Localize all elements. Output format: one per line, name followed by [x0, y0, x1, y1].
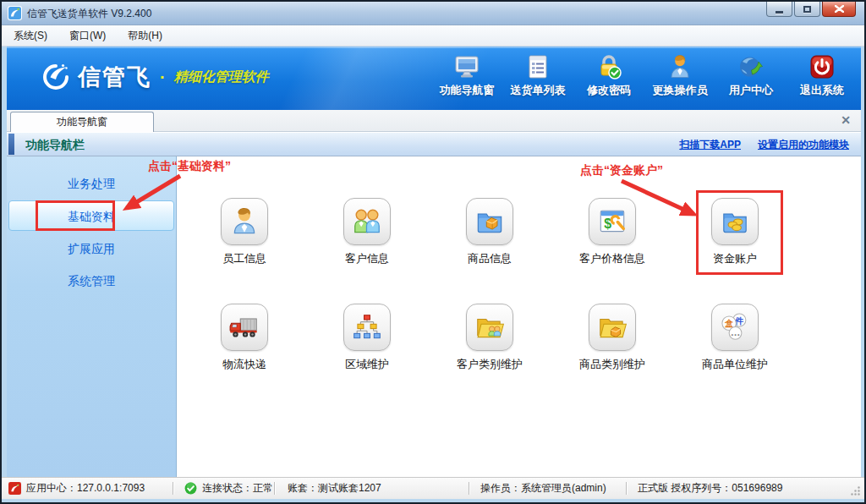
status-divider	[173, 482, 173, 495]
minimize-button[interactable]	[766, 2, 792, 17]
menu-window[interactable]: 窗口(W)	[69, 29, 106, 43]
status-operator-text: 操作员：系统管理员(admin)	[480, 481, 606, 496]
toolbar-button-switch-operator[interactable]: 更换操作员	[644, 53, 715, 106]
grid-item-label: 员工信息	[194, 251, 295, 266]
menu-system[interactable]: 系统(S)	[14, 29, 47, 43]
sidebar-item-basic-data[interactable]: 基础资料	[8, 200, 174, 231]
product-unit-icon: 件 盒 …	[711, 304, 759, 351]
toolbar-button-exit-system[interactable]: 退出系统	[787, 53, 858, 106]
status-connection: 连接状态：正常	[184, 478, 273, 499]
maximize-icon	[803, 6, 811, 13]
minimize-icon	[776, 11, 783, 14]
grid-item-customer-info[interactable]: 客户信息	[316, 198, 418, 266]
status-license-text: 正式版 授权序列号：051696989	[638, 481, 782, 496]
green-check-icon	[184, 482, 197, 495]
status-license: 正式版 授权序列号：051696989	[638, 478, 782, 499]
close-button[interactable]	[822, 2, 856, 17]
menu-help[interactable]: 帮助(H)	[128, 29, 162, 43]
grid-item-customer-price-info[interactable]: $ 客户价格信息	[562, 198, 663, 266]
grid-item-label: 客户价格信息	[562, 251, 663, 266]
toolbar-button-label: 退出系统	[800, 83, 844, 98]
grid-item-customer-category[interactable]: 客户类别维护	[439, 304, 540, 372]
price-settings-icon: $	[589, 198, 636, 245]
grid-item-region-maintenance[interactable]: 区域维护	[316, 304, 418, 372]
link-enable-modules-settings[interactable]: 设置启用的功能模块	[758, 138, 849, 152]
content-area: 业务处理 基础资料 扩展应用 系统管理 员工信息	[7, 156, 861, 477]
toolbar: 信管飞 · 精细化管理软件 功能导航窗	[7, 47, 861, 110]
grid-item-employee-info[interactable]: 员工信息	[194, 198, 295, 266]
status-app-center-text: 应用中心：127.0.0.1:7093	[26, 481, 145, 496]
grid-item-logistics-express[interactable]: 物流快递	[194, 304, 295, 372]
nav-header-title: 功能导航栏	[25, 133, 85, 156]
nav-header: 功能导航栏 扫描下载APP 设置启用的功能模块	[7, 132, 861, 156]
grid-item-label: 商品单位维护	[684, 357, 786, 372]
svg-text:…: …	[731, 326, 741, 337]
grid-item-label: 资金账户	[684, 251, 786, 266]
title-bar: 信管飞送货单软件 V9.2.400	[2, 2, 864, 25]
toolbar-button-user-center[interactable]: 用户中心	[715, 53, 787, 106]
brand: 信管飞 · 精细化管理软件	[41, 62, 269, 92]
app-window: 信管飞送货单软件 V9.2.400 系统(S) 窗口(W) 帮助(H) 信管飞 …	[0, 0, 866, 504]
resize-grip[interactable]	[850, 485, 861, 496]
tab-label: 功能导航窗	[57, 116, 107, 128]
exit-power-icon	[808, 53, 836, 80]
toolbar-button-change-password[interactable]: 修改密码	[573, 53, 644, 106]
monitor-icon	[453, 53, 480, 80]
logistics-truck-icon	[221, 304, 268, 351]
sidebar-item-business[interactable]: 业务处理	[8, 168, 174, 199]
grid-item-product-category[interactable]: 商品类别维护	[562, 304, 663, 372]
password-lock-icon	[595, 53, 622, 80]
toolbar-buttons: 功能导航窗 送货单列表	[431, 53, 858, 106]
window-bottom-frame	[2, 499, 864, 502]
grid-item-funds-account[interactable]: 资金账户	[684, 198, 786, 266]
toolbar-button-label: 送货单列表	[511, 83, 566, 98]
toolbar-button-label: 用户中心	[729, 83, 773, 98]
grid-item-label: 商品信息	[439, 251, 540, 266]
switch-operator-icon	[666, 53, 693, 80]
brand-separator: ·	[160, 68, 166, 87]
toolbar-button-delivery-list[interactable]: 送货单列表	[502, 53, 573, 106]
status-app-center: 应用中心：127.0.0.1:7093	[8, 478, 145, 499]
sidebar-item-system[interactable]: 系统管理	[8, 266, 174, 296]
grid-item-label: 客户信息	[316, 251, 418, 266]
tab-strip: 功能导航窗 ✕	[7, 110, 861, 132]
status-divider	[274, 482, 275, 495]
product-folder-icon	[466, 198, 513, 245]
app-icon	[8, 6, 22, 20]
delivery-list-icon	[524, 53, 551, 80]
link-scan-download-app[interactable]: 扫描下载APP	[679, 138, 741, 152]
region-tree-icon	[343, 304, 391, 351]
maximize-button[interactable]	[794, 2, 820, 17]
employee-icon	[221, 198, 268, 245]
status-operator: 操作员：系统管理员(admin)	[480, 478, 606, 499]
close-icon	[835, 5, 844, 13]
sidebar-item-extensions[interactable]: 扩展应用	[8, 233, 174, 264]
toolbar-button-label: 修改密码	[587, 83, 631, 98]
tab-close-icon[interactable]: ✕	[841, 113, 851, 127]
toolbar-button-label: 更换操作员	[653, 83, 708, 98]
tab-function-nav-window[interactable]: 功能导航窗	[10, 112, 154, 132]
status-account-set: 账套：测试账套1207	[288, 478, 381, 499]
nav-header-accent	[8, 134, 14, 155]
sidebar: 业务处理 基础资料 扩展应用 系统管理	[7, 156, 177, 477]
grid-item-product-unit[interactable]: 件 盒 … 商品单位维护	[684, 304, 786, 372]
status-connection-text: 连接状态：正常	[202, 481, 273, 496]
grid-item-product-info[interactable]: 商品信息	[439, 198, 540, 266]
grid-item-label: 商品类别维护	[562, 357, 663, 372]
toolbar-button-label: 功能导航窗	[440, 83, 495, 98]
user-center-globe-icon	[737, 53, 765, 80]
customers-icon	[343, 198, 391, 245]
funds-folder-icon	[711, 198, 759, 245]
app-logo-icon	[8, 482, 21, 495]
status-divider	[626, 482, 627, 495]
grid-item-label: 区域维护	[316, 357, 418, 372]
status-account-set-text: 账套：测试账套1207	[288, 481, 381, 496]
toolbar-button-function-nav[interactable]: 功能导航窗	[431, 53, 502, 106]
menu-bar: 系统(S) 窗口(W) 帮助(H)	[2, 25, 864, 47]
status-bar: 应用中心：127.0.0.1:7093 连接状态：正常 账套：测试账套1207 …	[2, 477, 864, 499]
status-divider	[469, 482, 469, 495]
grid-item-label: 物流快递	[194, 357, 295, 372]
brand-slogan: 精细化管理软件	[174, 68, 269, 86]
brand-name: 信管飞	[78, 62, 151, 92]
customer-category-folder-icon	[466, 304, 513, 351]
